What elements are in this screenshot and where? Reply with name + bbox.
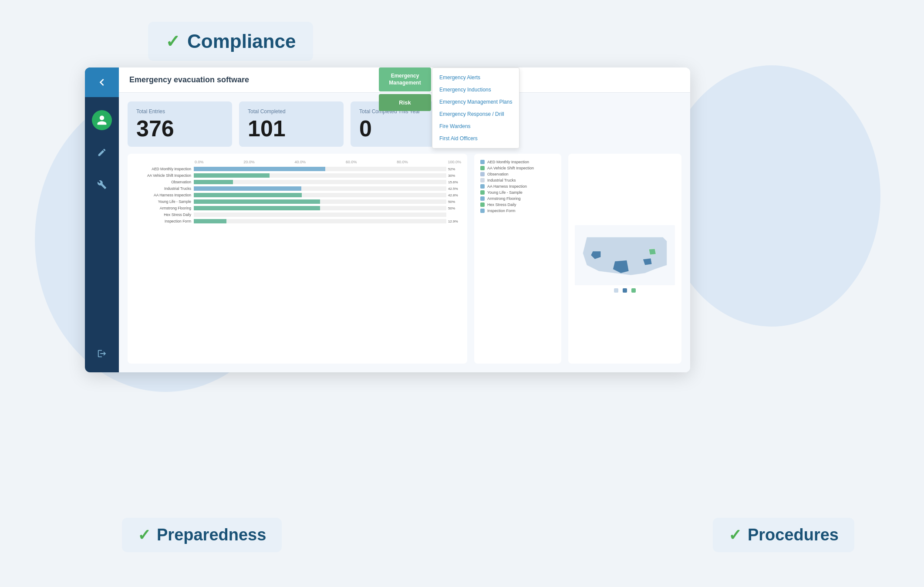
- bar-pct: 12.9%: [448, 219, 461, 223]
- background-blob-right: [663, 65, 880, 327]
- bar-pct: 52%: [448, 167, 461, 171]
- edit-icon: [97, 148, 107, 157]
- dropdown-item[interactable]: Emergency Alerts: [432, 71, 519, 84]
- bar-fill-green: [194, 199, 320, 204]
- bar-row: AA Harness Inspection42.8%: [134, 193, 461, 197]
- bar-row: Inspection Form12.9%: [134, 219, 461, 223]
- legend-dot: [480, 166, 485, 170]
- map-legend-item-3: [631, 288, 636, 293]
- us-map: [575, 225, 675, 286]
- risk-button[interactable]: Risk: [379, 94, 431, 111]
- map-container: [568, 154, 681, 364]
- sidebar: [85, 67, 119, 372]
- chevron-left-icon: [95, 75, 109, 89]
- bar-row: Industrial Trucks42.5%: [134, 186, 461, 191]
- bar-row-label: AED Monthly Inspection: [134, 167, 194, 171]
- bar-pct: 50%: [448, 200, 461, 204]
- bar-fill-blue: [194, 186, 301, 191]
- dropdown-buttons: Emergency Management Risk: [379, 67, 431, 148]
- dropdown-item[interactable]: Fire Wardens: [432, 120, 519, 132]
- bar-track: [194, 186, 446, 191]
- stat-completed-value: 101: [248, 117, 335, 140]
- bar-track: [194, 167, 446, 171]
- stat-card-completed: Total Completed 101: [239, 101, 344, 147]
- stat-card-entries: Total Entries 376: [128, 101, 232, 147]
- bar-track: [194, 193, 446, 197]
- bar-fill-green: [194, 173, 270, 178]
- emergency-management-button[interactable]: Emergency Management: [379, 67, 431, 91]
- legend-item: Armstrong Flooring: [480, 196, 555, 201]
- bar-track: [194, 219, 446, 223]
- legend-dot: [480, 184, 485, 189]
- map-legend-item-1: [614, 288, 618, 293]
- bar-row-label: AA Harness Inspection: [134, 193, 194, 197]
- bar-row: Hex Stress Daily: [134, 213, 461, 217]
- bar-chart-container: 0.0%20.0%40.0%60.0%80.0%100.0%AED Monthl…: [128, 154, 467, 364]
- map-legend-item-2: [623, 288, 627, 293]
- stat-completed-label: Total Completed: [248, 108, 335, 115]
- legend-item: AA Harness Inspection: [480, 184, 555, 189]
- dropdown-menu: Emergency Management Risk Emergency Aler…: [379, 67, 519, 148]
- bar-row: Young Life - Sample50%: [134, 199, 461, 204]
- bar-row-label: Observation: [134, 180, 194, 184]
- legend-item-label: Inspection Form: [487, 209, 516, 213]
- legend-dot: [480, 196, 485, 201]
- bar-pct: 42.8%: [448, 193, 461, 197]
- bar-row-label: Hex Stress Daily: [134, 213, 194, 217]
- dropdown-item[interactable]: Emergency Management Plans: [432, 96, 519, 108]
- bar-track: [194, 199, 446, 204]
- person-icon: [96, 115, 108, 126]
- map-legend-dot-2: [623, 288, 627, 293]
- logout-icon: [97, 349, 107, 358]
- sidebar-bottom: [92, 331, 112, 364]
- page-title: Emergency evacuation software: [129, 75, 249, 84]
- bar-pct: 50%: [448, 206, 461, 210]
- legend-item-label: Hex Stress Daily: [487, 202, 516, 207]
- legend-item: Inspection Form: [480, 209, 555, 213]
- tools-icon: [97, 180, 107, 189]
- compliance-badge: ✓ Compliance: [148, 22, 313, 61]
- preparedness-check-icon: ✓: [138, 526, 151, 544]
- legend-dot: [480, 202, 485, 207]
- sidebar-logo[interactable]: [85, 67, 119, 97]
- dropdown-item[interactable]: Emergency Response / Drill: [432, 108, 519, 120]
- bar-row-label: Armstrong Flooring: [134, 206, 194, 210]
- bar-fill-green: [194, 219, 226, 223]
- dropdown-item[interactable]: First Aid Officers: [432, 132, 519, 145]
- bar-row-label: Industrial Trucks: [134, 186, 194, 191]
- legend-item: Industrial Trucks: [480, 178, 555, 182]
- legend-item: AED Monthly Inspection: [480, 160, 555, 164]
- procedures-badge: ✓ Procedures: [713, 518, 854, 552]
- legend-item: Hex Stress Daily: [480, 202, 555, 207]
- legend-item-label: Industrial Trucks: [487, 178, 516, 182]
- legend-item-label: AA Vehicle Shift Inspection: [487, 166, 534, 170]
- bar-row-label: Young Life - Sample: [134, 199, 194, 204]
- bar-fill-green: [194, 193, 302, 197]
- sidebar-item-tools[interactable]: [92, 175, 112, 195]
- bar-row-label: AA Vehicle Shift Inspection: [134, 173, 194, 178]
- bar-track: [194, 180, 446, 184]
- sidebar-item-logout[interactable]: [92, 344, 112, 364]
- bar-track: [194, 206, 446, 210]
- bar-row: Armstrong Flooring50%: [134, 206, 461, 210]
- preparedness-label: Preparedness: [157, 526, 266, 544]
- dropdown-item[interactable]: Emergency Inductions: [432, 84, 519, 96]
- stat-entries-label: Total Entries: [136, 108, 223, 115]
- stat-entries-value: 376: [136, 117, 223, 140]
- bar-fill-green: [194, 180, 233, 184]
- procedures-check-icon: ✓: [728, 526, 742, 544]
- bar-row: AED Monthly Inspection52%: [134, 167, 461, 171]
- legend-item: Young Life - Sample: [480, 190, 555, 195]
- sidebar-item-edit[interactable]: [92, 142, 112, 162]
- legend-item-label: Young Life - Sample: [487, 190, 523, 195]
- bar-row: AA Vehicle Shift Inspection30%: [134, 173, 461, 178]
- legend-dot: [480, 178, 485, 182]
- preparedness-badge: ✓ Preparedness: [122, 518, 282, 552]
- compliance-label: Compliance: [187, 30, 296, 52]
- legend-item-label: Observation: [487, 172, 509, 176]
- bar-row: Observation15.6%: [134, 180, 461, 184]
- bar-row-label: Inspection Form: [134, 219, 194, 223]
- legend-item: AA Vehicle Shift Inspection: [480, 166, 555, 170]
- avatar[interactable]: [92, 110, 112, 130]
- legend-item: Observation: [480, 172, 555, 176]
